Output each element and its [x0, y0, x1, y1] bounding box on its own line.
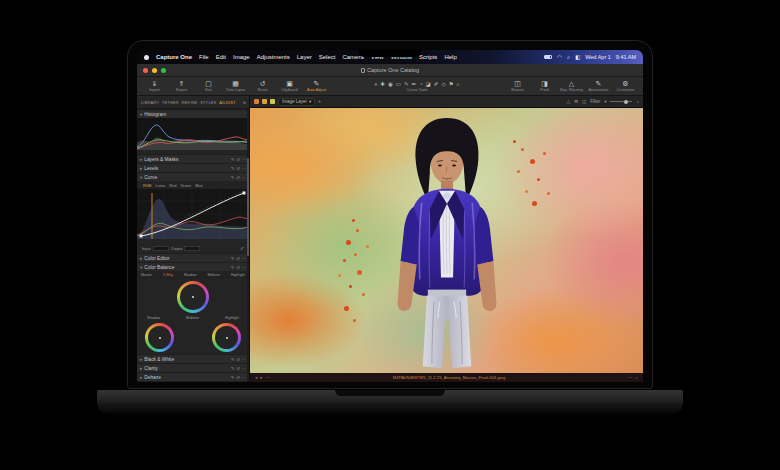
shadow-color-wheel[interactable]: [145, 323, 174, 352]
grid-overlay-icon[interactable]: ⊞: [574, 99, 578, 104]
loupe-tool-icon[interactable]: ◉: [388, 81, 393, 87]
curve-tab-luma[interactable]: Luma: [155, 183, 165, 188]
brush-icon[interactable]: ✎: [231, 157, 235, 162]
gradient-mask-tool-icon[interactable]: ◪: [426, 81, 431, 87]
export-button[interactable]: ⇑ Export: [168, 77, 195, 95]
curve-tab-green[interactable]: Green: [180, 183, 191, 188]
midtone-color-wheel[interactable]: [177, 281, 209, 313]
curve-tab-rgb[interactable]: RGB: [143, 183, 151, 188]
footer-options-icon[interactable]: ⋯: [628, 375, 633, 380]
footer-more-icon[interactable]: ⋯: [266, 375, 271, 380]
reset-button[interactable]: ↺ Reset: [249, 77, 276, 95]
menu-image[interactable]: Image: [233, 54, 250, 60]
curve-tab-red[interactable]: Red: [169, 183, 176, 188]
more-icon[interactable]: ⋯: [242, 357, 246, 362]
clone-tool-icon[interactable]: ◇: [441, 81, 445, 87]
reset-section-icon[interactable]: ↺: [236, 375, 240, 380]
menu-select[interactable]: Select: [319, 54, 336, 60]
filter-label[interactable]: Filter: [590, 99, 600, 104]
zoom-tool-icon[interactable]: ⌕: [457, 81, 460, 87]
more-icon[interactable]: ⋯: [242, 166, 246, 171]
cb-tab-3way[interactable]: 3-Way: [163, 273, 173, 277]
proof-button[interactable]: ◨ Proof: [531, 77, 558, 95]
pick-color-tool-icon[interactable]: ◔: [419, 81, 422, 87]
clipboard-button[interactable]: ▣ Clipboard: [276, 77, 303, 95]
tab-styles[interactable]: Styles: [199, 98, 217, 107]
cb-tab-shadow[interactable]: Shadow: [184, 273, 197, 277]
variant-swatch-1[interactable]: [254, 99, 259, 104]
tab-refine[interactable]: Refine: [181, 98, 198, 107]
menu-adjustments[interactable]: Adjustments: [257, 54, 290, 60]
highlight-color-wheel[interactable]: [212, 323, 241, 352]
brush-icon[interactable]: ✎: [231, 265, 235, 270]
more-icon[interactable]: ⋯: [242, 375, 246, 380]
zoom-slider[interactable]: [610, 101, 632, 102]
warning-overlay-icon[interactable]: △: [567, 99, 570, 104]
auto-adjust-button[interactable]: ✎ Auto Adjust: [303, 77, 330, 95]
apple-logo-icon[interactable]: [144, 55, 149, 60]
draw-mask-tool-icon[interactable]: ✎: [404, 81, 409, 87]
viewer-canvas[interactable]: [250, 108, 643, 373]
spotlight-icon[interactable]: ⌕: [567, 54, 570, 61]
section-levels[interactable]: ▸ Levels ✎ ↺ ⋯: [137, 163, 249, 172]
section-curve[interactable]: ▾ Curve ✎ ↺ ⋯: [137, 172, 249, 181]
exposure-warning-button[interactable]: △ Exp. Warning: [558, 77, 585, 95]
tab-library[interactable]: Library: [140, 98, 160, 107]
rotate-tool-icon[interactable]: ▭: [396, 81, 401, 87]
variant-swatch-2[interactable]: [262, 99, 267, 104]
more-icon[interactable]: ⋯: [242, 366, 246, 371]
section-histogram[interactable]: ▾ Histogram: [137, 109, 249, 118]
section-layers-masks[interactable]: ▸ Layers & Masks ✎ ↺ ⋯: [137, 154, 249, 163]
more-icon[interactable]: ⋯: [242, 175, 246, 180]
brush-icon[interactable]: ✎: [231, 175, 235, 180]
reset-section-icon[interactable]: ↺: [236, 157, 240, 162]
menu-edit[interactable]: Edit: [216, 54, 226, 60]
reset-section-icon[interactable]: ↺: [236, 366, 240, 371]
compare-icon[interactable]: ◫: [582, 99, 586, 104]
tab-tether[interactable]: Tether: [161, 98, 180, 107]
section-color-editor[interactable]: ▸ Color Editor ✎ ↺ ⋯: [137, 253, 249, 262]
battery-icon[interactable]: [544, 55, 552, 59]
heal-tool-icon[interactable]: ✐: [434, 81, 439, 87]
section-black-white[interactable]: ▸ Black & White ✎ ↺ ⋯: [137, 354, 249, 363]
reset-section-icon[interactable]: ↺: [236, 175, 240, 180]
exit-button[interactable]: ▢ Exit: [195, 77, 222, 95]
previous-image-icon[interactable]: ◂: [255, 375, 257, 380]
brush-icon[interactable]: ✎: [231, 366, 235, 371]
curve-tab-blue[interactable]: Blue: [195, 183, 203, 188]
scrollbar-thumb[interactable]: [247, 158, 249, 256]
add-layer-button[interactable]: +: [318, 99, 321, 104]
more-icon[interactable]: ⋯: [242, 256, 246, 261]
more-icon[interactable]: ⋯: [242, 157, 246, 162]
section-vignetting[interactable]: ▸ Vignetting ✎ ↺ ⋯: [137, 381, 249, 382]
brush-icon[interactable]: ✎: [231, 256, 235, 261]
reset-section-icon[interactable]: ↺: [236, 256, 240, 261]
customize-button[interactable]: ⚙ Customize: [612, 77, 639, 95]
wifi-icon[interactable]: ◠: [557, 54, 562, 60]
magnifier-icon[interactable]: ⌕: [636, 99, 639, 104]
brush-icon[interactable]: ✎: [231, 357, 235, 362]
panel-scrollbar[interactable]: [247, 109, 249, 382]
brush-icon[interactable]: ✎: [231, 375, 235, 380]
menu-app-name[interactable]: Capture One: [156, 54, 192, 60]
reset-section-icon[interactable]: ↺: [236, 166, 240, 171]
control-center-icon[interactable]: ◧: [575, 54, 580, 60]
curve-graph[interactable]: [137, 189, 248, 239]
annotations-button[interactable]: ✎ Annotations: [585, 77, 612, 95]
import-button[interactable]: ⇓ Import: [141, 77, 168, 95]
brush-icon[interactable]: ✎: [231, 166, 235, 171]
section-color-balance[interactable]: ▾ Color Balance ✎ ↺ ⋯: [137, 262, 249, 271]
next-image-icon[interactable]: ▸: [260, 375, 262, 380]
menu-time[interactable]: 9:41 AM: [616, 54, 636, 60]
tab-adjust[interactable]: Adjust: [218, 98, 236, 107]
curve-input-field[interactable]: [153, 246, 169, 251]
section-clarity[interactable]: ▸ Clarity ✎ ↺ ⋯: [137, 363, 249, 372]
reset-section-icon[interactable]: ↺: [236, 265, 240, 270]
footer-magnifier-icon[interactable]: ⌕: [635, 375, 638, 380]
section-dehaze[interactable]: ▸ Dehaze ✎ ↺ ⋯: [137, 372, 249, 381]
erase-mask-tool-icon[interactable]: ✏: [412, 81, 417, 87]
chevron-down-icon[interactable]: ▾: [604, 99, 606, 104]
browse-button[interactable]: ◫ Browse: [504, 77, 531, 95]
crop-tool-icon[interactable]: ✚: [380, 81, 385, 87]
cb-tab-master[interactable]: Master: [141, 273, 152, 277]
